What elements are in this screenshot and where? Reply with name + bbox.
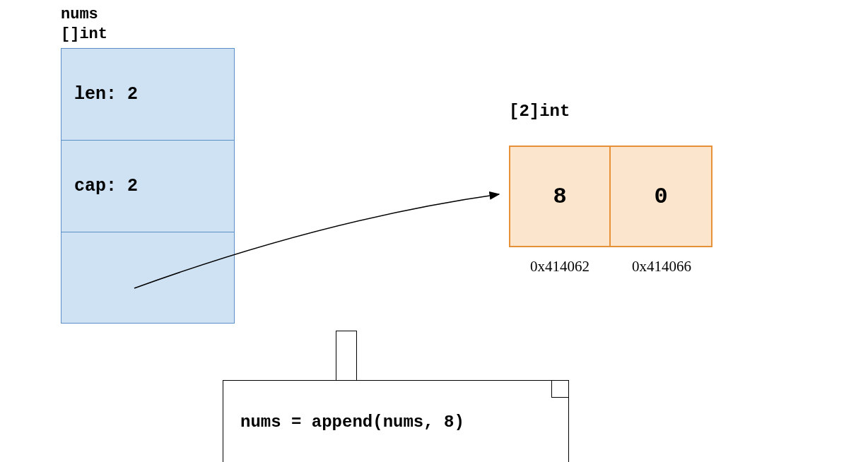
address-0: 0x414062 xyxy=(509,258,611,276)
address-1: 0x414066 xyxy=(611,258,712,276)
backing-array-box: 8 0 xyxy=(509,146,712,247)
slice-variable-name: nums xyxy=(61,6,98,23)
array-cell-1: 0 xyxy=(611,146,712,247)
array-cell-0: 8 xyxy=(509,146,611,247)
slice-header-box: len: 2 cap: 2 xyxy=(61,48,235,324)
note-code-text: nums = append(nums, 8) xyxy=(223,413,464,432)
array-type-label: [2]int xyxy=(509,102,570,121)
code-note: nums = append(nums, 8) xyxy=(223,380,569,462)
slice-len-cell: len: 2 xyxy=(61,49,234,141)
note-box: nums = append(nums, 8) xyxy=(223,380,569,462)
slice-ptr-cell xyxy=(61,232,234,324)
note-tab xyxy=(336,331,357,380)
slice-cap-cell: cap: 2 xyxy=(61,141,234,232)
address-row: 0x414062 0x414066 xyxy=(509,258,712,276)
slice-type-label: []int xyxy=(61,25,107,43)
